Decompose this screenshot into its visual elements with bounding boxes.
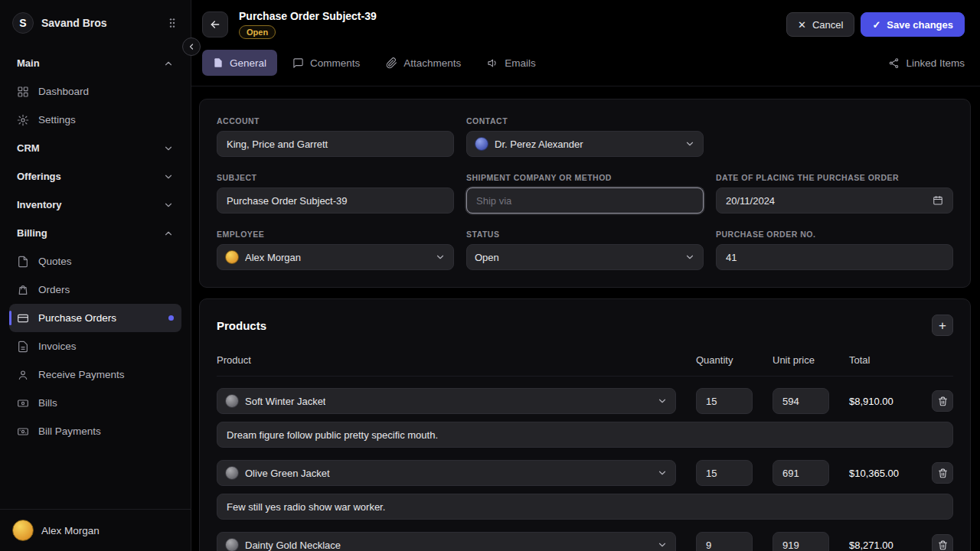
- calendar-icon[interactable]: [933, 195, 943, 206]
- section-label: Inventory: [17, 199, 62, 210]
- sidebar-item-label: Receive Payments: [38, 369, 125, 380]
- status-value: Open: [475, 252, 499, 263]
- products-table-header: Product Quantity Unit price Total: [217, 350, 953, 377]
- status-select[interactable]: Open: [466, 244, 704, 270]
- sidebar-item-settings[interactable]: Settings: [9, 106, 181, 134]
- shipment-input[interactable]: [466, 187, 704, 214]
- save-changes-button[interactable]: ✓ Save changes: [861, 12, 965, 37]
- sidebar-section-main[interactable]: Main: [9, 49, 181, 77]
- product-select[interactable]: Soft Winter Jacket: [217, 388, 676, 414]
- product-description-input[interactable]: [217, 422, 953, 448]
- tab-label: Attachments: [403, 57, 461, 69]
- unit-price-input[interactable]: [773, 460, 829, 486]
- product-avatar: [225, 394, 239, 408]
- sidebar-item-label: Dashboard: [38, 86, 89, 97]
- account-input[interactable]: [217, 131, 454, 157]
- back-button[interactable]: [202, 11, 228, 37]
- employee-avatar: [225, 250, 239, 264]
- brand-logo-letter: S: [19, 17, 26, 29]
- subject-label: SUBJECT: [217, 173, 454, 182]
- sidebar-item-purchase-orders[interactable]: Purchase Orders: [9, 304, 181, 332]
- sidebar-item-receive-payments[interactable]: Receive Payments: [9, 360, 181, 389]
- subject-input[interactable]: [217, 187, 454, 214]
- tab-comments[interactable]: Comments: [282, 50, 371, 76]
- trash-icon: [938, 540, 948, 550]
- chevron-down-icon: [684, 252, 695, 262]
- product-row: Soft Winter Jacket $8,910.00: [217, 388, 953, 448]
- sidebar-item-bill-payments[interactable]: Bill Payments: [9, 417, 181, 445]
- add-product-button[interactable]: +: [932, 315, 953, 336]
- trash-icon: [938, 468, 948, 478]
- delete-row-button[interactable]: [932, 534, 953, 551]
- sidebar-section-crm[interactable]: CRM: [9, 134, 181, 162]
- chevron-up-icon: [163, 58, 174, 69]
- section-label: Main: [17, 57, 40, 69]
- status-label: STATUS: [466, 230, 704, 239]
- quantity-input[interactable]: [696, 388, 753, 414]
- po-number-input[interactable]: [716, 244, 953, 270]
- sidebar-item-dashboard[interactable]: Dashboard: [9, 77, 181, 106]
- contact-select[interactable]: Dr. Perez Alexander: [466, 131, 704, 157]
- delete-row-button[interactable]: [932, 462, 953, 484]
- employee-select[interactable]: Alex Morgan: [217, 244, 454, 270]
- sidebar-user[interactable]: Alex Morgan: [0, 509, 191, 551]
- sidebar-item-quotes[interactable]: Quotes: [9, 247, 181, 276]
- sidebar-nav: Main Dashboard Settings CRM Offerings In…: [0, 43, 191, 509]
- sidebar-section-offerings[interactable]: Offerings: [9, 162, 181, 191]
- unit-price-input[interactable]: [773, 388, 829, 414]
- tab-general[interactable]: General: [202, 50, 277, 76]
- product-avatar: [225, 538, 239, 551]
- contact-avatar: [475, 137, 488, 151]
- date-input[interactable]: 20/11/2024: [716, 187, 953, 214]
- po-number-label: PURCHASE ORDER NO.: [716, 230, 953, 239]
- linked-items-button[interactable]: Linked Items: [888, 57, 965, 69]
- chevron-down-icon: [657, 396, 668, 406]
- product-description-input[interactable]: [217, 494, 953, 520]
- cancel-button[interactable]: ✕ Cancel: [786, 12, 854, 37]
- sidebar-item-label: Purchase Orders: [38, 312, 116, 324]
- account-field: ACCOUNT: [217, 116, 454, 157]
- po-number-field: PURCHASE ORDER NO.: [716, 230, 953, 270]
- product-avatar: [225, 466, 239, 480]
- close-icon: ✕: [798, 20, 806, 30]
- product-select[interactable]: Olive Green Jacket: [217, 460, 676, 486]
- sidebar-item-bills[interactable]: Bills: [9, 389, 181, 417]
- subject-field: SUBJECT: [217, 173, 454, 214]
- user-name: Alex Morgan: [41, 525, 100, 536]
- content-area: ACCOUNT CONTACT Dr. Perez Alexander SUBJ…: [191, 86, 980, 551]
- chevron-left-icon: [187, 42, 196, 51]
- product-select[interactable]: Dainty Gold Necklace: [217, 532, 676, 551]
- sidebar-section-inventory[interactable]: Inventory: [9, 191, 181, 219]
- credit-card-icon: [17, 312, 29, 324]
- banknote-payment-icon: [17, 425, 29, 438]
- product-row: Dainty Gold Necklace $8,271.00: [217, 532, 953, 551]
- megaphone-icon: [487, 57, 498, 69]
- quantity-input[interactable]: [696, 460, 753, 486]
- quantity-input[interactable]: [696, 532, 753, 551]
- tab-attachments[interactable]: Attachments: [375, 50, 472, 76]
- shipment-label: SHIPMENT COMPANY OR METHOD: [466, 173, 704, 182]
- sidebar-item-invoices[interactable]: Invoices: [9, 332, 181, 360]
- page-header: Purchase Order Subject-39 Open ✕ Cancel …: [191, 0, 980, 44]
- section-label: Billing: [17, 227, 47, 239]
- date-value: 20/11/2024: [726, 195, 775, 207]
- tab-label: General: [230, 57, 266, 69]
- sidebar-section-billing[interactable]: Billing: [9, 219, 181, 247]
- unit-price-input[interactable]: [773, 532, 829, 551]
- tab-emails[interactable]: Emails: [476, 50, 547, 76]
- chevron-down-icon: [657, 540, 668, 550]
- brand-logo: S: [12, 12, 34, 34]
- apps-grid-icon[interactable]: [166, 17, 178, 29]
- delete-row-button[interactable]: [932, 390, 953, 412]
- chevron-down-icon: [657, 468, 668, 478]
- employee-label: EMPLOYEE: [217, 230, 454, 239]
- linked-items-label: Linked Items: [906, 57, 965, 69]
- chevron-down-icon: [684, 139, 695, 149]
- row-total: $8,271.00: [849, 540, 912, 551]
- sidebar-item-orders[interactable]: Orders: [9, 276, 181, 304]
- trash-icon: [938, 396, 948, 406]
- sidebar-collapse-button[interactable]: [182, 37, 201, 56]
- comment-icon: [292, 57, 304, 69]
- sidebar-item-label: Orders: [38, 284, 70, 295]
- active-indicator-dot: [168, 315, 174, 321]
